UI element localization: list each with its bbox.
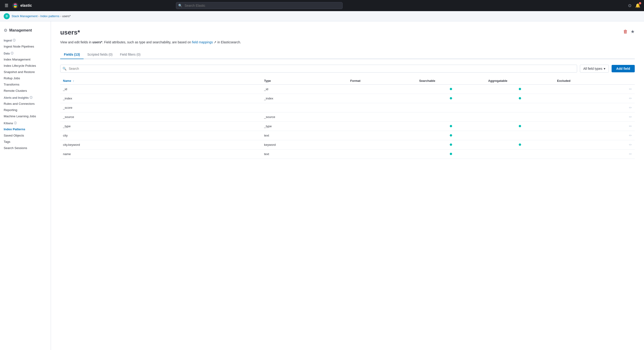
ingest-info-icon: ⓘ: [13, 39, 16, 42]
search-icon: 🔍: [178, 4, 182, 8]
field-searchable: [416, 112, 486, 122]
edit-icon[interactable]: ✏: [629, 143, 632, 147]
col-header-format: Format: [348, 77, 416, 85]
field-searchable: [416, 94, 486, 103]
filter-row: 🔍 All field types ▾ Add field: [60, 65, 635, 73]
app-layout: ⚙ Management Ingest ⓘ Ingest Node Pipeli…: [0, 21, 644, 350]
nav-right-actions: ⊙ 🔔: [628, 3, 640, 8]
field-searchable: [416, 122, 486, 131]
favorite-button[interactable]: ★: [630, 29, 635, 34]
field-name: _score: [60, 103, 261, 112]
add-field-button[interactable]: Add field: [612, 65, 635, 72]
sidebar-section-data: Data ⓘ: [0, 50, 51, 56]
sidebar-item-rules-connectors[interactable]: Rules and Connectors: [0, 101, 51, 107]
sidebar-item-tags[interactable]: Tags: [0, 139, 51, 145]
sort-arrow-icon: ↑: [73, 80, 74, 82]
notifications-icon[interactable]: 🔔: [635, 3, 640, 8]
breadcrumb-stack-management[interactable]: Stack Management: [12, 14, 38, 18]
sidebar-item-index-lifecycle[interactable]: Index Lifecycle Policies: [0, 63, 51, 69]
field-type: text: [261, 131, 348, 140]
sidebar-item-remote-clusters[interactable]: Remote Clusters: [0, 88, 51, 94]
sidebar-item-ml-jobs[interactable]: Machine Learning Jobs: [0, 113, 51, 119]
edit-icon[interactable]: ✏: [629, 106, 632, 110]
chevron-down-icon: ▾: [604, 67, 605, 70]
field-searchable: [416, 149, 486, 159]
dot-indicator: [450, 88, 452, 90]
help-icon[interactable]: ⊙: [628, 3, 632, 8]
field-excluded: [554, 94, 612, 103]
sidebar-item-search-sessions[interactable]: Search Sessions: [0, 145, 51, 151]
breadcrumb-sep-1: ›: [38, 15, 39, 18]
page-description: View and edit fields in users*. Field at…: [60, 40, 635, 45]
elastic-text: elastic: [20, 4, 32, 8]
field-name: city: [60, 131, 261, 140]
field-name: _type: [60, 122, 261, 131]
field-format: [348, 149, 416, 159]
col-header-searchable: Searchable: [416, 77, 486, 85]
elastic-logo: elastic: [12, 2, 32, 9]
field-mappings-link[interactable]: field mappings: [192, 40, 213, 44]
search-box-icon: 🔍: [62, 67, 66, 70]
table-row: _id _id ✏: [60, 85, 635, 94]
svg-point-4: [14, 5, 16, 6]
dot-indicator: [450, 125, 452, 127]
page-title: users*: [60, 29, 80, 36]
edit-icon[interactable]: ✏: [629, 124, 632, 128]
sidebar-item-snapshot-restore[interactable]: Snapshot and Restore: [0, 69, 51, 75]
field-searchable: [416, 85, 486, 94]
breadcrumb-items: Stack Management › Index patterns › user…: [12, 14, 70, 18]
dot-indicator: [450, 153, 452, 155]
sidebar-item-index-management[interactable]: Index Management: [0, 56, 51, 63]
field-edit-cell: ✏: [612, 131, 635, 140]
col-header-type: Type: [261, 77, 348, 85]
sidebar-item-index-patterns[interactable]: Index Patterns: [0, 126, 51, 132]
field-searchable: [416, 140, 486, 149]
hamburger-menu[interactable]: ☰: [4, 2, 9, 9]
field-excluded: [554, 103, 612, 112]
alerts-info-icon: ⓘ: [30, 96, 32, 100]
breadcrumb-index-patterns[interactable]: Index patterns: [40, 14, 59, 18]
breadcrumb: D Stack Management › Index patterns › us…: [0, 11, 644, 21]
sidebar-item-transforms[interactable]: Transforms: [0, 81, 51, 88]
sidebar-section-ingest: Ingest ⓘ: [0, 37, 51, 43]
field-excluded: [554, 122, 612, 131]
search-input[interactable]: [176, 2, 342, 9]
field-format: [348, 122, 416, 131]
table-row: city.keyword keyword ✏: [60, 140, 635, 149]
edit-icon[interactable]: ✏: [629, 87, 632, 91]
field-format: [348, 85, 416, 94]
field-aggregatable: [486, 112, 554, 122]
field-aggregatable: [486, 140, 554, 149]
dot-indicator: [519, 125, 521, 127]
sidebar-item-ingest-node-pipelines[interactable]: Ingest Node Pipelines: [0, 43, 51, 50]
field-searchable: [416, 131, 486, 140]
delete-button[interactable]: 🗑: [623, 29, 628, 34]
sidebar-header: ⚙ Management: [0, 25, 51, 37]
field-name: name: [60, 149, 261, 159]
field-type: [261, 103, 348, 112]
sidebar-section-alerts: Alerts and Insights ⓘ: [0, 94, 51, 101]
page-actions: 🗑 ★: [623, 29, 635, 34]
sidebar-item-saved-objects[interactable]: Saved Objects: [0, 132, 51, 139]
user-avatar[interactable]: D: [4, 13, 10, 19]
field-format: [348, 131, 416, 140]
field-excluded: [554, 112, 612, 122]
field-aggregatable: [486, 103, 554, 112]
field-search-box: 🔍: [60, 65, 577, 73]
col-header-name[interactable]: Name ↑: [60, 77, 261, 85]
sidebar-item-reporting[interactable]: Reporting: [0, 107, 51, 113]
edit-icon[interactable]: ✏: [629, 152, 632, 156]
field-type-dropdown[interactable]: All field types ▾: [580, 65, 609, 73]
field-edit-cell: ✏: [612, 149, 635, 159]
tab-field-filters[interactable]: Field filters (0): [116, 50, 144, 59]
field-search-input[interactable]: [60, 65, 577, 73]
edit-icon[interactable]: ✏: [629, 115, 632, 119]
field-format: [348, 94, 416, 103]
tab-scripted-fields[interactable]: Scripted fields (0): [84, 50, 116, 59]
field-name: city.keyword: [60, 140, 261, 149]
tab-fields[interactable]: Fields (13): [60, 50, 84, 59]
field-edit-cell: ✏: [612, 112, 635, 122]
edit-icon[interactable]: ✏: [629, 133, 632, 137]
edit-icon[interactable]: ✏: [629, 96, 632, 100]
sidebar-item-rollup-jobs[interactable]: Rollup Jobs: [0, 75, 51, 81]
